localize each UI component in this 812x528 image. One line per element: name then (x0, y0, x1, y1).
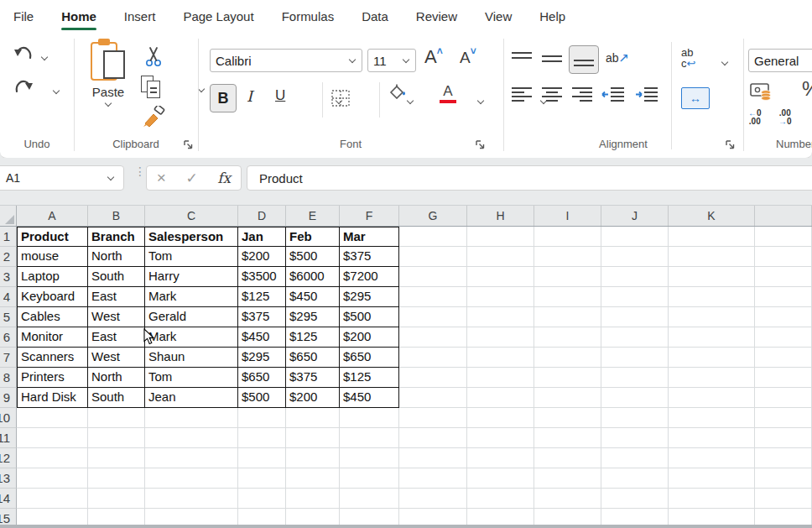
cell-A8[interactable]: Printers (17, 368, 88, 388)
cell-K12[interactable] (669, 448, 755, 468)
cell-F6[interactable]: $200 (340, 327, 399, 348)
cell-F4[interactable]: $295 (340, 287, 399, 307)
cell-J13[interactable] (601, 468, 669, 489)
cell-X6[interactable] (755, 327, 812, 348)
cell-K6[interactable] (669, 327, 755, 348)
cell-I8[interactable] (534, 368, 601, 388)
cell-H12[interactable] (467, 448, 534, 468)
cell-C5[interactable]: Gerald (145, 307, 238, 327)
font-name-dropdown-icon[interactable] (348, 56, 357, 65)
tab-review[interactable]: Review (416, 0, 457, 32)
cell-I7[interactable] (534, 348, 601, 368)
percent-style-button[interactable]: % (802, 77, 812, 101)
orientation-dropdown-icon[interactable] (721, 59, 729, 67)
cell-G11[interactable] (399, 428, 467, 448)
font-dialog-launcher-icon[interactable] (475, 139, 487, 151)
cell-H1[interactable] (467, 227, 534, 247)
merge-center-button[interactable]: ↔ (681, 87, 710, 109)
select-all-corner[interactable] (0, 206, 17, 226)
row-header-4[interactable]: 4 (0, 287, 17, 307)
cell-C2[interactable]: Tom (145, 247, 238, 267)
tab-formulas[interactable]: Formulas (282, 0, 335, 32)
cell-C9[interactable]: Jean (145, 388, 238, 408)
cell-K1[interactable] (669, 227, 755, 247)
cell-C3[interactable]: Harry (145, 267, 238, 287)
cell-I1[interactable] (534, 227, 601, 247)
cell-I10[interactable] (534, 408, 601, 428)
cell-D2[interactable]: $200 (238, 247, 286, 267)
format-painter-button[interactable] (141, 106, 166, 129)
cancel-icon[interactable]: × (157, 169, 166, 187)
cell-X12[interactable] (755, 448, 812, 468)
cell-K4[interactable] (669, 287, 755, 307)
cell-B14[interactable] (88, 489, 145, 509)
cell-A9[interactable]: Hard Disk (17, 388, 88, 408)
fill-color-button[interactable] (388, 84, 408, 99)
cell-I2[interactable] (534, 247, 601, 267)
cell-G6[interactable] (399, 327, 467, 348)
row-header-8[interactable]: 8 (0, 368, 17, 388)
cell-H13[interactable] (467, 468, 534, 489)
column-header-J[interactable]: J (601, 206, 669, 226)
cell-I12[interactable] (534, 448, 601, 468)
cell-H14[interactable] (467, 489, 534, 509)
cell-C13[interactable] (145, 468, 238, 489)
cell-E12[interactable] (286, 448, 340, 468)
cell-A12[interactable] (17, 448, 88, 468)
redo-dropdown-icon[interactable] (52, 87, 60, 96)
cell-J4[interactable] (601, 287, 669, 307)
cell-J2[interactable] (601, 247, 669, 267)
cell-G12[interactable] (399, 448, 467, 468)
top-align-button[interactable] (510, 49, 534, 69)
cell-X7[interactable] (755, 348, 812, 368)
cell-K2[interactable] (669, 247, 755, 267)
row-header-1[interactable]: 1 (0, 227, 17, 247)
row-header-7[interactable]: 7 (0, 348, 17, 368)
cell-G2[interactable] (399, 247, 467, 267)
cell-D6[interactable]: $450 (238, 327, 286, 348)
cell-D10[interactable] (238, 408, 286, 428)
cell-G1[interactable] (399, 227, 467, 247)
cell-C6[interactable]: Mark (145, 327, 238, 348)
cell-D12[interactable] (238, 448, 286, 468)
cell-I5[interactable] (534, 307, 601, 327)
row-header-10[interactable]: 10 (0, 408, 17, 428)
fill-color-dropdown-icon[interactable] (476, 97, 485, 106)
cell-A7[interactable]: Scanners (17, 348, 88, 368)
cell-C1[interactable]: Salesperson (145, 227, 238, 247)
cell-A4[interactable]: Keyboard (17, 287, 88, 307)
cell-A5[interactable]: Cables (17, 307, 88, 327)
cell-K9[interactable] (669, 388, 755, 408)
increase-decimal-button[interactable]: ←←00 .00 (748, 109, 762, 126)
accounting-format-button[interactable] (750, 81, 773, 102)
cell-K8[interactable] (669, 368, 755, 388)
row-header-3[interactable]: 3 (0, 267, 17, 287)
cell-E7[interactable]: $650 (286, 348, 340, 368)
cell-B13[interactable] (88, 468, 145, 489)
cell-X1[interactable] (755, 227, 812, 247)
cell-B4[interactable]: East (88, 287, 145, 307)
cell-K7[interactable] (669, 348, 755, 368)
bold-button[interactable]: B (210, 84, 237, 112)
cell-D7[interactable]: $295 (238, 348, 286, 368)
cell-E2[interactable]: $500 (286, 247, 340, 267)
cell-X3[interactable] (755, 267, 812, 287)
cell-X14[interactable] (755, 489, 812, 509)
decrease-font-size-button[interactable]: A˅ (460, 45, 476, 67)
row-header-6[interactable]: 6 (0, 327, 17, 348)
cell-J8[interactable] (601, 368, 669, 388)
cell-E1[interactable]: Feb (286, 227, 340, 247)
cell-C10[interactable] (145, 408, 238, 428)
tab-help[interactable]: Help (539, 0, 565, 32)
cell-I4[interactable] (534, 287, 601, 307)
row-header-2[interactable]: 2 (0, 247, 17, 267)
column-header-D[interactable]: D (238, 206, 286, 226)
underline-button[interactable]: U (275, 87, 285, 104)
decrease-indent-button[interactable] (601, 86, 626, 106)
insert-function-icon[interactable]: fx (217, 170, 231, 186)
cell-X8[interactable] (755, 368, 812, 388)
cell-I6[interactable] (534, 327, 601, 348)
cell-F9[interactable]: $450 (340, 388, 399, 408)
column-header-K[interactable]: K (669, 206, 755, 226)
name-box[interactable]: A1 (0, 165, 124, 191)
